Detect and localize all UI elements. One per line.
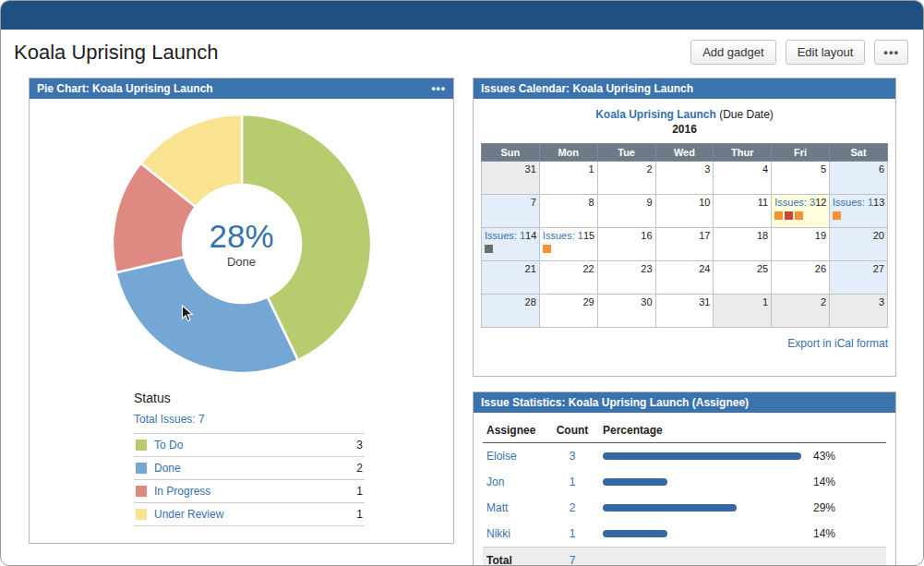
legend-row: To Do3	[134, 433, 365, 457]
calendar-date: 11	[758, 197, 768, 208]
calendar-date: 9	[646, 197, 652, 208]
calendar-date: 16	[641, 230, 652, 241]
issue-statistics-table: Assignee Count Percentage Eloise343%Jon1…	[483, 416, 886, 566]
issue-marker[interactable]	[795, 211, 803, 220]
calendar-date: 13	[873, 197, 884, 208]
calendar-date: 14	[525, 230, 536, 241]
calendar-issues-link[interactable]: Issues: 1	[485, 230, 525, 241]
percentage-bar-track	[603, 530, 813, 537]
calendar-week-row: 7891011Issues: 312Issues: 113	[482, 195, 888, 228]
total-issues-link[interactable]: Total Issues: 7	[134, 413, 205, 426]
column-header-count: Count	[546, 416, 599, 443]
calendar-day-cell: 2	[597, 162, 655, 195]
calendar-day-cell: 30	[597, 295, 655, 328]
project-link[interactable]: Koala Uprising Launch	[595, 108, 716, 121]
add-gadget-button[interactable]: Add gadget	[690, 40, 776, 65]
percentage-bar-track	[603, 452, 813, 460]
pie-gadget-body: 28% Done Status Total Issues: 7 To Do3Do…	[30, 99, 453, 543]
calendar-day-cell: 21	[482, 261, 540, 295]
percentage-bar-track	[603, 478, 813, 486]
total-count-link[interactable]: 7	[570, 554, 576, 566]
jira-dashboard: Koala Uprising Launch Add gadget Edit la…	[0, 0, 924, 566]
issue-markers	[774, 211, 826, 222]
assignee-link[interactable]: Nikki	[486, 527, 510, 540]
count-link[interactable]: 1	[570, 476, 576, 488]
issues-calendar-table: SunMonTueWedThurFriSat 311234567891011Is…	[481, 143, 888, 328]
calendar-day-header: Thur	[714, 144, 772, 162]
calendar-day-cell: 4	[714, 162, 772, 195]
export-ical-link[interactable]: Export in iCal format	[481, 337, 888, 350]
calendar-day-cell: 1	[539, 162, 597, 195]
calendar-day-cell: 8	[539, 195, 597, 228]
calendar-issues-link[interactable]: Issues: 1	[543, 230, 583, 241]
calendar-day-cell: 9	[597, 195, 655, 228]
calendar-day-cell: 18	[714, 228, 772, 261]
calendar-issues-link[interactable]: Issues: 1	[833, 197, 873, 208]
legend-count: 1	[356, 485, 363, 498]
calendar-date: 5	[821, 163, 826, 175]
assignee-row: Nikki114%	[483, 521, 886, 548]
assignee-link[interactable]: Eloise	[486, 450, 517, 463]
percentage-bar	[603, 530, 667, 537]
calendar-day-header: Wed	[655, 144, 714, 162]
count-link[interactable]: 2	[570, 501, 576, 514]
calendar-date: 7	[531, 197, 536, 208]
issue-marker[interactable]	[833, 211, 841, 220]
issue-marker[interactable]	[785, 211, 793, 220]
legend-status-link[interactable]: To Do	[154, 439, 356, 452]
legend-count: 1	[356, 508, 363, 521]
calendar-day-cell: 16	[597, 228, 655, 261]
issue-markers	[833, 211, 884, 222]
calendar-date: 23	[641, 263, 652, 274]
calendar-week-row: 21222324252627	[482, 261, 888, 295]
calendar-date: 17	[699, 230, 710, 241]
calendar-week-row: 28293031123	[482, 295, 888, 328]
donut-chart	[108, 110, 376, 378]
calendar-date: 4	[762, 163, 768, 175]
percentage-value: 29%	[813, 501, 835, 514]
calendar-date: 10	[699, 197, 710, 208]
top-navigation-bar	[1, 1, 923, 30]
calendar-date: 1	[762, 296, 768, 307]
more-options-button[interactable]: •••	[874, 40, 908, 65]
calendar-date: 2	[646, 163, 652, 175]
calendar-day-cell: 31	[482, 162, 540, 195]
calendar-date: 31	[699, 296, 710, 307]
issue-markers	[485, 244, 536, 255]
issue-marker[interactable]	[774, 211, 783, 220]
calendar-gadget-header: Issues Calendar: Koala Uprising Launch	[474, 78, 895, 99]
calendar-gadget-title: Issues Calendar: Koala Uprising Launch	[481, 82, 693, 95]
percentage-bar	[603, 452, 801, 460]
right-column: Issues Calendar: Koala Uprising Launch K…	[473, 78, 896, 566]
pie-slice-done[interactable]	[115, 257, 297, 373]
calendar-day-cell: Issues: 115	[539, 228, 597, 261]
issue-markers	[543, 244, 594, 255]
assignee-link[interactable]: Matt	[486, 501, 508, 514]
count-link[interactable]: 3	[570, 450, 576, 463]
legend-status-link[interactable]: In Progress	[154, 485, 356, 498]
legend-color-swatch	[136, 440, 147, 451]
legend-row: Under Review1	[134, 503, 365, 526]
edit-layout-button[interactable]: Edit layout	[786, 40, 866, 65]
calendar-week-row: 31123456	[482, 162, 888, 195]
assignee-link[interactable]: Jon	[486, 476, 504, 488]
legend-status-link[interactable]: Done	[154, 462, 356, 475]
pie-legend: To Do3Done2In Progress1Under Review1	[134, 433, 365, 526]
calendar-date: 29	[582, 296, 594, 307]
due-date-label: (Due Date)	[716, 108, 774, 121]
calendar-issues-link[interactable]: Issues: 3	[774, 197, 815, 208]
issues-calendar-gadget: Issues Calendar: Koala Uprising Launch K…	[473, 78, 896, 377]
total-label: Total	[483, 548, 546, 566]
legend-color-swatch	[136, 486, 147, 497]
legend-status-link[interactable]: Under Review	[154, 508, 356, 521]
stats-gadget-body: Assignee Count Percentage Eloise343%Jon1…	[474, 413, 895, 566]
issue-marker[interactable]	[543, 245, 551, 253]
stats-gadget-header: Issue Statistics: Koala Uprising Launch …	[474, 392, 895, 413]
gadget-menu-icon[interactable]: •••	[431, 82, 446, 95]
column-header-percentage: Percentage	[599, 416, 886, 443]
calendar-day-cell: 1	[714, 295, 772, 328]
calendar-day-cell: 10	[655, 195, 714, 228]
issue-marker[interactable]	[485, 245, 493, 253]
count-link[interactable]: 1	[570, 527, 576, 540]
dashboard-content: Pie Chart: Koala Uprising Launch ••• 28%…	[1, 70, 923, 566]
